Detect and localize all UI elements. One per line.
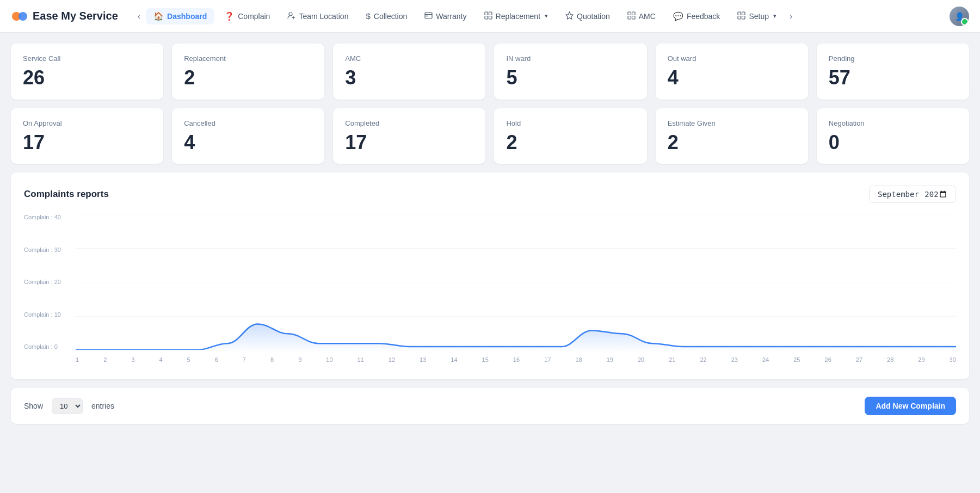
x-axis-label: 16 <box>513 356 520 363</box>
x-axis-label: 29 <box>918 356 924 363</box>
chart-header: Complaints reports <box>24 186 956 203</box>
stat-card-hold[interactable]: Hold 2 <box>494 108 646 164</box>
svg-rect-3 <box>425 13 432 19</box>
stat-label-completed: Completed <box>345 119 473 127</box>
stat-value-service-call: 26 <box>23 67 151 89</box>
stat-value-in-ward: 5 <box>506 67 634 89</box>
nav-label-team-location: Team Location <box>299 12 348 21</box>
x-axis-label: 24 <box>762 356 769 363</box>
stat-label-in-ward: IN ward <box>506 54 634 63</box>
stat-label-pending: Pending <box>829 54 957 63</box>
x-axis-label: 7 <box>243 356 246 363</box>
svg-rect-12 <box>628 16 631 19</box>
main-nav: ‹ 🏠 Dashboard ❓ Complain Team Location $… <box>134 8 950 24</box>
x-axis-label: 25 <box>793 356 800 363</box>
stat-card-pending[interactable]: Pending 57 <box>817 44 969 100</box>
stat-value-out-ward: 4 <box>668 67 796 89</box>
nav-item-complain[interactable]: ❓ Complain <box>217 8 278 24</box>
svg-rect-11 <box>632 12 635 15</box>
avatar-image: 👤 <box>950 7 969 26</box>
svg-rect-9 <box>489 16 492 19</box>
nav-label-complain: Complain <box>238 12 270 21</box>
main-content: Service Call 26 Replacement 2 AMC 3 IN w… <box>0 33 980 435</box>
stat-card-cancelled[interactable]: Cancelled 4 <box>172 108 324 164</box>
svg-rect-10 <box>628 12 631 15</box>
x-axis-label: 9 <box>298 356 301 363</box>
stat-value-estimate-given: 2 <box>668 132 796 153</box>
x-axis-label: 18 <box>575 356 582 363</box>
nav-item-collection[interactable]: $ Collection <box>358 8 415 24</box>
stat-card-replacement[interactable]: Replacement 2 <box>172 44 324 100</box>
nav-item-replacement[interactable]: Replacement ▾ <box>477 8 556 24</box>
svg-rect-13 <box>632 16 635 19</box>
y-axis-label: Complain : 0 <box>24 343 73 350</box>
x-axis-label: 10 <box>326 356 332 363</box>
y-axis: Complain : 40Complain : 30Complain : 20C… <box>24 214 73 350</box>
svg-rect-14 <box>738 12 741 15</box>
stats-row-2: On Approval 17 Cancelled 4 Completed 17 … <box>11 108 969 164</box>
x-axis-label: 3 <box>131 356 134 363</box>
nav-label-feedback: Feedback <box>687 12 720 21</box>
svg-rect-15 <box>742 12 745 15</box>
nav-item-team-location[interactable]: Team Location <box>280 8 356 24</box>
stat-card-in-ward[interactable]: IN ward 5 <box>494 44 646 100</box>
x-axis-label: 2 <box>103 356 107 363</box>
nav-item-setup[interactable]: Setup ▾ <box>730 8 784 24</box>
svg-rect-8 <box>485 16 488 19</box>
nav-label-collection: Collection <box>374 12 407 21</box>
replacement-chevron: ▾ <box>545 13 548 20</box>
x-axis-label: 4 <box>159 356 162 363</box>
nav-label-replacement: Replacement <box>496 12 541 21</box>
nav-item-amc[interactable]: AMC <box>620 8 663 24</box>
nav-item-quotation[interactable]: Quotation <box>558 8 618 24</box>
stat-card-on-approval[interactable]: On Approval 17 <box>11 108 163 164</box>
show-label: Show <box>24 402 43 410</box>
chart-plot <box>76 214 956 350</box>
entries-select[interactable]: 10 25 50 <box>52 398 83 414</box>
team-location-icon <box>287 11 295 21</box>
nav-item-warranty[interactable]: Warranty <box>417 8 474 24</box>
stat-value-amc: 3 <box>345 67 473 89</box>
stat-label-hold: Hold <box>506 119 634 127</box>
stat-value-replacement: 2 <box>184 67 312 89</box>
stat-value-completed: 17 <box>345 132 473 153</box>
chart-date-input[interactable] <box>869 186 956 203</box>
add-new-complain-button[interactable]: Add New Complain <box>865 397 956 415</box>
svg-rect-16 <box>738 16 741 19</box>
stat-card-completed[interactable]: Completed 17 <box>333 108 485 164</box>
nav-label-warranty: Warranty <box>436 12 466 21</box>
stat-card-estimate-given[interactable]: Estimate Given 2 <box>656 108 808 164</box>
stat-card-negotiation[interactable]: Negotiation 0 <box>817 108 969 164</box>
logo-area: Ease My Service <box>11 8 118 25</box>
stat-card-service-call[interactable]: Service Call 26 <box>11 44 163 100</box>
x-axis-label: 15 <box>482 356 489 363</box>
feedback-icon: 💬 <box>673 11 683 21</box>
x-axis-label: 19 <box>607 356 613 363</box>
x-axis-label: 23 <box>731 356 738 363</box>
quotation-icon <box>565 11 574 21</box>
stat-card-out-ward[interactable]: Out ward 4 <box>656 44 808 100</box>
nav-label-dashboard: Dashboard <box>167 12 207 21</box>
svg-rect-5 <box>427 15 428 16</box>
grid-line-bottom <box>76 350 956 350</box>
x-axis-label: 30 <box>950 356 956 363</box>
nav-prev-arrow[interactable]: ‹ <box>134 9 144 23</box>
x-axis: 1234567891011121314151617181920212223242… <box>76 353 956 366</box>
nav-item-dashboard[interactable]: 🏠 Dashboard <box>146 8 214 24</box>
warranty-icon <box>424 11 433 21</box>
chart-svg <box>76 214 956 350</box>
stat-value-on-approval: 17 <box>23 132 151 153</box>
nav-item-feedback[interactable]: 💬 Feedback <box>665 8 728 24</box>
stats-row-1: Service Call 26 Replacement 2 AMC 3 IN w… <box>11 44 969 100</box>
stat-label-replacement: Replacement <box>184 54 312 63</box>
stat-card-amc[interactable]: AMC 3 <box>333 44 485 100</box>
avatar[interactable]: 👤 <box>950 7 969 26</box>
stat-label-out-ward: Out ward <box>668 54 796 63</box>
app-name: Ease My Service <box>33 10 118 22</box>
nav-next-arrow[interactable]: › <box>786 9 796 23</box>
y-axis-label: Complain : 40 <box>24 214 73 220</box>
stat-value-hold: 2 <box>506 132 634 153</box>
nav-label-amc: AMC <box>639 12 656 21</box>
nav-label-setup: Setup <box>749 12 769 21</box>
x-axis-label: 17 <box>544 356 551 363</box>
